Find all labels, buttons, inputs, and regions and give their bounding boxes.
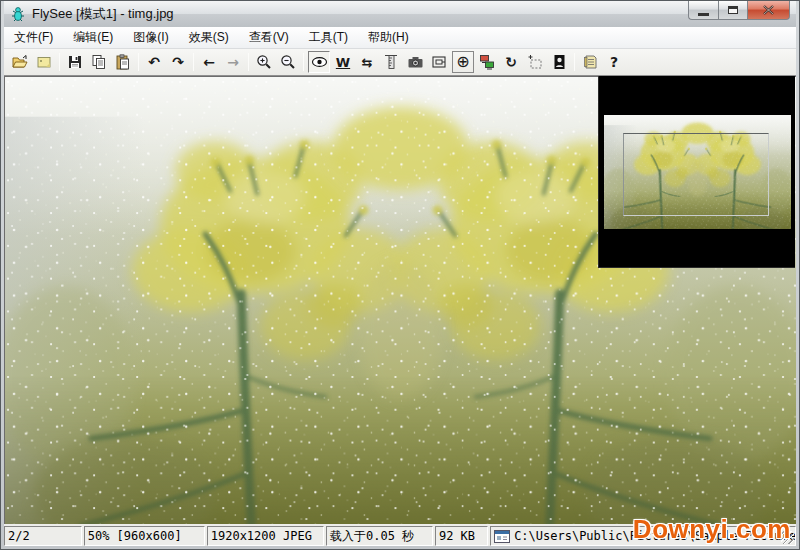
redo-icon: ↷ — [172, 55, 184, 69]
fit-window-icon — [431, 54, 447, 70]
app-window: FlySee [模式1] - timg.jpg 文件(F) 编辑(E) 图像(I… — [0, 0, 800, 550]
maximize-icon — [728, 6, 738, 14]
exif-notes-icon — [582, 54, 598, 70]
file-location-icon — [494, 530, 510, 543]
navigator-panel — [598, 76, 795, 268]
portrait-button[interactable] — [548, 51, 570, 73]
help-button[interactable]: ? — [603, 51, 625, 73]
swap-button[interactable]: ⇆ — [356, 51, 378, 73]
toolbar-separator — [574, 53, 575, 71]
titlebar[interactable]: FlySee [模式1] - timg.jpg — [4, 1, 796, 27]
status-image-info: 1920x1200 JPEG — [207, 526, 324, 546]
menu-effects[interactable]: 效果(S) — [179, 26, 239, 49]
window-title: FlySee [模式1] - timg.jpg — [32, 5, 174, 23]
menu-view[interactable]: 查看(V) — [239, 26, 299, 49]
status-file-size: 92 KB — [435, 526, 488, 546]
capture-button[interactable] — [404, 51, 426, 73]
next-image-icon: → — [227, 55, 239, 69]
new-selection-icon — [527, 54, 543, 70]
status-zoom-level: 50% [960x600] — [84, 526, 205, 546]
menu-edit[interactable]: 编辑(E) — [63, 26, 123, 49]
maximize-button[interactable] — [718, 1, 748, 20]
zoom-out-button[interactable] — [277, 51, 299, 73]
prev-image-button[interactable]: ← — [198, 51, 220, 73]
swap-icon: ⇆ — [362, 56, 373, 69]
paste-button[interactable] — [112, 51, 134, 73]
toolbar-separator — [59, 53, 60, 71]
status-page-index: 2/2 — [4, 526, 82, 546]
exif-info-button[interactable] — [579, 51, 601, 73]
undo-icon: ↶ — [148, 55, 160, 69]
eye-icon — [311, 54, 328, 70]
paste-icon — [115, 54, 131, 70]
text-watermark-button[interactable]: W — [332, 51, 354, 73]
open-folder-icon — [12, 54, 29, 70]
fit-window-button[interactable] — [428, 51, 450, 73]
redo-button[interactable]: ↷ — [167, 51, 189, 73]
navigator-view-rectangle[interactable] — [623, 133, 769, 216]
new-selection-button[interactable] — [524, 51, 546, 73]
open-button[interactable] — [9, 51, 31, 73]
undo-button[interactable]: ↶ — [143, 51, 165, 73]
app-logo-icon — [10, 6, 26, 22]
minimize-icon — [698, 13, 709, 16]
menu-image[interactable]: 图像(I) — [123, 26, 178, 49]
copy-icon — [91, 54, 107, 70]
browse-button[interactable] — [33, 51, 55, 73]
zoom-out-icon — [280, 54, 296, 70]
toolbar: ↶ ↷ ← → W ⇆ — [4, 49, 796, 76]
camera-icon — [407, 54, 424, 70]
close-icon — [763, 5, 774, 15]
statusbar: 2/2 50% [960x600] 1920x1200 JPEG 载入于0.05… — [4, 524, 796, 546]
minimize-button[interactable] — [688, 1, 718, 20]
text-watermark-icon: W — [336, 56, 350, 69]
menu-tools[interactable]: 工具(T) — [299, 26, 358, 49]
status-load-time: 载入于0.05 秒 — [326, 526, 433, 546]
preview-toggle-button[interactable] — [308, 51, 330, 73]
zoom-in-button[interactable] — [253, 51, 275, 73]
rotate-icon: ↻ — [505, 55, 517, 69]
status-file-path: C:\Users\Public\Pictures\Sample Pictures… — [514, 529, 796, 543]
next-image-button[interactable]: → — [222, 51, 244, 73]
menu-help[interactable]: 帮助(H) — [358, 26, 419, 49]
browse-image-icon — [36, 54, 52, 70]
zoom-in-icon — [256, 54, 272, 70]
center-target-icon: ⊕ — [456, 54, 469, 70]
toolbar-separator — [193, 53, 194, 71]
rotate-button[interactable]: ↻ — [500, 51, 522, 73]
window-controls — [688, 1, 790, 20]
portrait-icon — [552, 54, 567, 70]
menu-file[interactable]: 文件(F) — [4, 26, 63, 49]
image-viewport[interactable] — [4, 76, 796, 524]
toolbar-separator — [303, 53, 304, 71]
save-button[interactable] — [64, 51, 86, 73]
toolbar-separator — [138, 53, 139, 71]
center-target-button[interactable]: ⊕ — [452, 51, 474, 73]
save-icon — [67, 54, 83, 70]
close-button[interactable] — [748, 1, 790, 20]
menubar: 文件(F) 编辑(E) 图像(I) 效果(S) 查看(V) 工具(T) 帮助(H… — [4, 27, 796, 49]
toolbar-separator — [248, 53, 249, 71]
display-color-icon — [479, 54, 495, 70]
status-file-path-panel: C:\Users\Public\Pictures\Sample Pictures… — [490, 526, 796, 546]
resize-grip[interactable] — [781, 531, 794, 544]
prev-image-icon: ← — [203, 55, 215, 69]
measure-button[interactable] — [380, 51, 402, 73]
display-color-button[interactable] — [476, 51, 498, 73]
copy-button[interactable] — [88, 51, 110, 73]
help-icon: ? — [610, 55, 618, 69]
ruler-icon — [383, 54, 399, 70]
